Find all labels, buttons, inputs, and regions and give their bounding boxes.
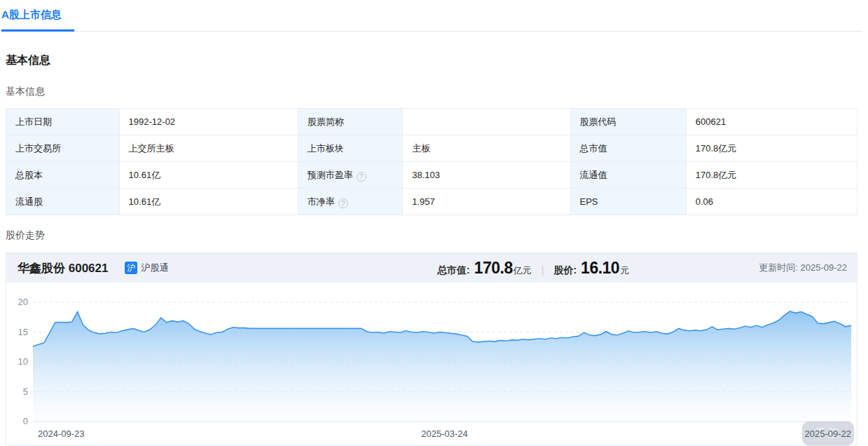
pb-ratio-value: 1.957 [403, 189, 570, 215]
tab-bar: A股上市信息 [0, 0, 862, 32]
chart-header: 华鑫股份 600621 沪 沪股通 总市值: 170.8 亿元 | 股价: 16… [6, 253, 857, 283]
price-metric-label: 股价: [553, 264, 577, 277]
table-row: 上市日期 1992-12-02 股票简称 股票代码 600621 [6, 109, 857, 135]
basic-info-subheading: 基本信息 [6, 86, 857, 98]
price-metric-unit: 元 [620, 264, 629, 277]
price-metric-value: 16.10 [581, 259, 619, 278]
shanghai-connect-icon: 沪 [125, 262, 137, 274]
price-trend-chart[interactable] [33, 297, 851, 427]
table-row: 上市交易所 上交所主板 上市板块 主板 总市值 170.8亿元 [6, 135, 857, 162]
stock-short-name-label: 股票简称 [298, 109, 402, 135]
eps-label: EPS [570, 189, 686, 215]
forecast-pe-value: 38.103 [403, 162, 570, 189]
listing-date-label: 上市日期 [6, 109, 120, 135]
market-cap-value: 170.8亿元 [686, 135, 857, 162]
metric-divider: | [542, 264, 544, 276]
x-axis-label: 2025-03-24 [421, 428, 468, 439]
stock-code-value: 600621 [686, 109, 857, 135]
y-axis-tick: 20 [6, 297, 28, 307]
total-shares-value: 10.61亿 [119, 162, 298, 189]
y-axis-tick: 5 [6, 386, 28, 397]
board-label: 上市板块 [298, 135, 402, 162]
stock-name: 华鑫股份 600621 [18, 260, 108, 276]
table-row: 总股本 10.61亿 预测市盈率? 38.103 流通值 170.8亿元 [6, 162, 857, 189]
y-axis: 05101520 [6, 283, 28, 445]
table-row: 流通股 10.61亿 市净率? 1.957 EPS 0.06 [6, 189, 857, 215]
y-axis-tick: 10 [6, 356, 28, 367]
x-axis-labels: 2024-09-232025-03-242025-09-22 [33, 428, 851, 439]
float-shares-value: 10.61亿 [119, 189, 298, 215]
x-axis-label: 2024-09-23 [33, 428, 85, 439]
price-trend-panel: 华鑫股份 600621 沪 沪股通 总市值: 170.8 亿元 | 股价: 16… [6, 252, 857, 446]
exchange-label: 上市交易所 [6, 135, 120, 162]
forecast-pe-label: 预测市盈率? [298, 162, 402, 189]
tab-active-underline [1, 29, 74, 32]
listing-date-value: 1992-12-02 [119, 109, 298, 135]
float-cap-label: 流通值 [570, 162, 686, 189]
help-icon[interactable]: ? [357, 172, 366, 182]
pb-ratio-label: 市净率? [298, 189, 402, 215]
basic-info-table: 上市日期 1992-12-02 股票简称 股票代码 600621 上市交易所 上… [6, 108, 857, 215]
exchange-value: 上交所主板 [119, 135, 298, 162]
update-time-value: 2025-09-22 [800, 262, 847, 273]
market-cap-metric-unit: 亿元 [514, 264, 532, 277]
stock-code-label: 股票代码 [570, 109, 686, 135]
chart-body: 05101520 2024-09-232025-03-242025-09-22 … [6, 283, 857, 445]
market-cap-metric-label: 总市值: [437, 264, 470, 277]
eps-value: 0.06 [686, 189, 857, 215]
shanghai-connect-label: 沪股通 [141, 262, 168, 274]
update-time: 更新时间: 2025-09-22 [738, 262, 847, 274]
total-shares-label: 总股本 [6, 162, 120, 189]
help-icon[interactable]: ? [338, 198, 348, 208]
stock-short-name-value [403, 109, 570, 135]
basic-info-heading: 基本信息 [6, 53, 857, 68]
update-time-label: 更新时间: [759, 262, 798, 273]
float-shares-label: 流通股 [6, 189, 120, 215]
float-cap-value: 170.8亿元 [686, 162, 857, 189]
y-axis-tick: 0 [6, 416, 28, 426]
market-cap-metric: 总市值: 170.8 亿元 | 股价: 16.10 元 [437, 259, 629, 278]
tab-a-share-listing[interactable]: A股上市信息 [1, 0, 62, 22]
board-value: 主板 [403, 135, 570, 162]
price-trend-label: 股价走势 [6, 229, 857, 242]
y-axis-tick: 15 [6, 327, 28, 337]
market-cap-metric-value: 170.8 [474, 259, 513, 278]
x-axis-label: 2025-09-22 [805, 428, 852, 439]
market-cap-label: 总市值 [570, 135, 686, 162]
